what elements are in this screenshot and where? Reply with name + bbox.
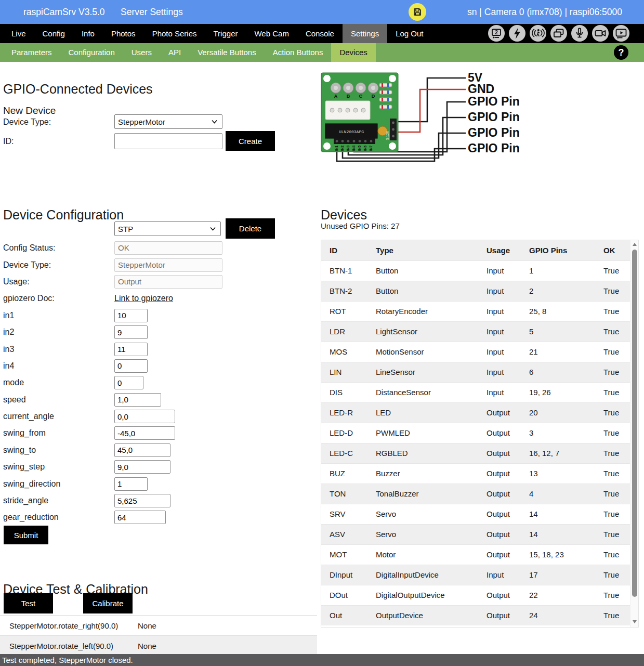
subnav-item-configuration[interactable]: Configuration [60, 43, 123, 62]
cell: 14 [521, 524, 595, 544]
configured-device-select[interactable]: STP [114, 221, 221, 236]
scrollbar-down-arrow[interactable] [630, 618, 639, 626]
cell: 20 [521, 402, 595, 423]
input-swing-step[interactable] [114, 460, 170, 474]
cell: DInput [321, 565, 367, 585]
subnav-item-devices[interactable]: Devices [331, 43, 375, 62]
svg-text:C: C [359, 94, 363, 99]
nav-item-log-out[interactable]: Log Out [387, 24, 431, 43]
input-in2[interactable] [114, 325, 148, 339]
scrollbar-up-arrow[interactable] [630, 240, 639, 249]
motion-detection-icon[interactable] [530, 25, 546, 42]
config-row-gear-reduction: gear_reduction [3, 509, 315, 526]
cell: Output [478, 585, 521, 605]
field-label: gpiozero Doc: [3, 294, 114, 303]
device-row-lin: LINLineSensorInput6True [321, 362, 630, 382]
subnav-item-action-buttons[interactable]: Action Buttons [265, 43, 332, 62]
col-header-usage: Usage [478, 240, 521, 260]
nav-item-trigger[interactable]: Trigger [205, 24, 246, 43]
scrollbar-thumb[interactable] [632, 250, 637, 597]
svg-text:GPIO Pin: GPIO Pin [468, 141, 520, 155]
gpiozero-doc-link[interactable]: Link to gpiozero [114, 294, 173, 303]
nav-item-photo-series[interactable]: Photo Series [144, 24, 205, 43]
svg-text:IN3: IN3 [346, 146, 350, 151]
input-current-angle[interactable] [114, 410, 175, 423]
input-swing-direction[interactable] [114, 477, 148, 491]
create-button[interactable]: Create [226, 131, 275, 151]
cell: 15, 18, 23 [521, 544, 595, 565]
input-speed[interactable] [114, 393, 161, 407]
test-action: StepperMotor.rotate_left(90.0) [0, 642, 138, 650]
test-button[interactable]: Test [4, 593, 53, 613]
input-in4[interactable] [114, 359, 148, 373]
svg-text:IN6: IN6 [363, 146, 367, 151]
cell: True [595, 281, 630, 301]
field-label: mode [3, 378, 114, 387]
cell: BTN-2 [321, 281, 367, 301]
svg-text:2: 2 [495, 30, 498, 35]
input-in1[interactable] [114, 309, 148, 322]
flash-icon[interactable] [509, 25, 525, 42]
col-header-id: ID [321, 240, 367, 260]
subnav-item-parameters[interactable]: Parameters [3, 43, 60, 62]
nav-item-live[interactable]: Live [3, 24, 34, 43]
configured-device-value: STP [118, 225, 133, 233]
photo-stack-icon[interactable] [550, 25, 567, 42]
cell: LED-C [321, 443, 367, 463]
media-player-icon[interactable] [613, 25, 629, 42]
input-stride-angle[interactable] [114, 494, 170, 507]
input-gear-reduction[interactable] [114, 511, 166, 524]
page-title: Server Settings [121, 0, 183, 24]
device-row-dis: DISDistanceSensorInput19, 26True [321, 382, 630, 402]
cell: LED-R [321, 402, 367, 423]
cell: True [595, 402, 630, 423]
nav-item-photos[interactable]: Photos [103, 24, 144, 43]
field-label: in4 [3, 361, 114, 371]
readonly-config-status: OK [114, 241, 222, 255]
subnav-item-users[interactable]: Users [123, 43, 160, 62]
input-swing-from[interactable] [114, 426, 175, 440]
device-row-out: OutOutputDeviceOutput24True [321, 605, 630, 625]
submit-button[interactable]: Submit [4, 526, 48, 544]
device-row-led-d: LED-DPWMLEDOutput3True [321, 423, 630, 443]
cell: SRV [321, 504, 367, 524]
cell: Output [478, 484, 521, 504]
input-swing-to[interactable] [114, 443, 170, 457]
cell: DigitalOutputDevice [367, 585, 478, 605]
nav-item-settings[interactable]: Settings [343, 24, 387, 43]
delete-button[interactable]: Delete [226, 218, 275, 239]
config-row-swing-from: swing_from [3, 425, 315, 441]
devices-table-header: IDTypeUsageGPIO PinsOK [321, 240, 630, 260]
cell: Output [478, 402, 521, 423]
nav-item-config[interactable]: Config [34, 24, 73, 43]
help-icon[interactable]: ? [614, 45, 628, 60]
device-type-value: StepperMotor [118, 117, 165, 126]
input-mode[interactable] [114, 376, 143, 389]
cell: Servo [367, 504, 478, 524]
cell: RGBLED [367, 443, 478, 463]
cell: 24 [521, 605, 595, 625]
cell: DigitalInputDevice [367, 565, 478, 585]
cell: 1 [521, 260, 595, 281]
cell: Out [321, 605, 367, 625]
floppy-disk-icon[interactable] [409, 3, 426, 21]
display-2-icon[interactable]: 2 [488, 25, 505, 42]
calibrate-button[interactable]: Calibrate [83, 593, 133, 613]
nav-item-web-cam[interactable]: Web Cam [246, 24, 297, 43]
microphone-icon[interactable] [571, 25, 588, 42]
cell: ROT [321, 301, 367, 321]
cell: True [595, 605, 630, 625]
subnav-item-versatile-buttons[interactable]: Versatile Buttons [189, 43, 265, 62]
subnav-item-api[interactable]: API [160, 43, 189, 62]
chevron-down-icon [212, 120, 217, 124]
cell: Input [478, 362, 521, 382]
nav-item-console[interactable]: Console [297, 24, 343, 43]
device-row-dinput: DInputDigitalInputDeviceInput17True [321, 565, 630, 585]
nav-item-info[interactable]: Info [73, 24, 103, 43]
cell: Output [478, 524, 521, 544]
readonly-usage: Output [114, 275, 222, 289]
video-camera-icon[interactable] [592, 25, 609, 42]
device-type-select[interactable]: StepperMotor [114, 114, 222, 129]
input-in3[interactable] [114, 343, 148, 356]
new-device-id-input[interactable] [114, 133, 222, 149]
